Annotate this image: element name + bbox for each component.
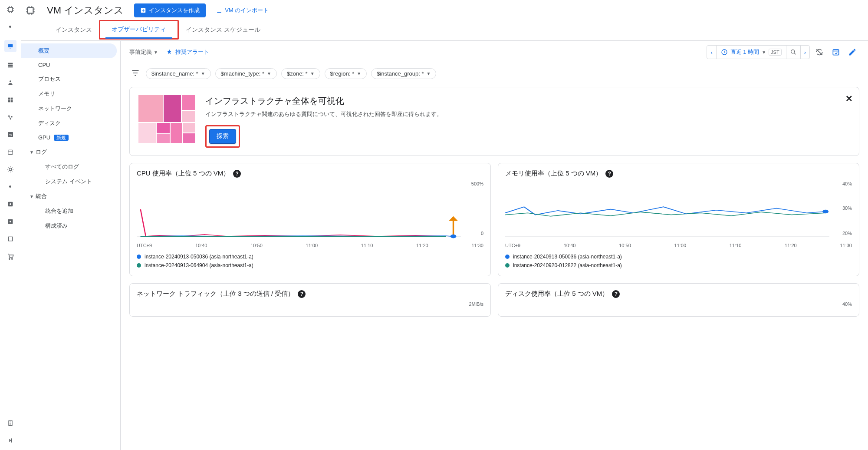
banner-desc: インフラストラクチャ関連のあらゆる質問について、可視化された回答を即座に得られま… [205, 110, 442, 118]
tab-observability[interactable]: オブザーバビリティ [99, 20, 179, 40]
chart-cpu-title: CPU 使用率（上位 5 つの VM） [137, 169, 230, 178]
filter-zone[interactable]: $zone: *▼ [281, 68, 320, 79]
time-next-button[interactable]: › [801, 46, 809, 59]
create-instance-button[interactable]: インスタンスを作成 [134, 3, 206, 17]
help-icon[interactable]: ? [612, 290, 620, 298]
nav-overview[interactable]: 概要 [21, 43, 117, 58]
svg-rect-31 [182, 95, 195, 110]
help-icon[interactable]: ? [233, 170, 241, 178]
legend-item: instance-20240913-050036 (asia-northeast… [505, 252, 852, 261]
import-vm-button[interactable]: VM のインポート [216, 7, 269, 14]
chart-disk: ディスク使用率（上位 5 つの VM）? 40% [498, 283, 859, 317]
svg-point-18 [10, 221, 11, 222]
treemap-icon [138, 95, 195, 143]
collapse-icon[interactable] [6, 436, 15, 445]
svg-rect-23 [11, 438, 12, 442]
help-icon[interactable]: ? [605, 170, 613, 178]
tab-schedule[interactable]: インスタンス スケジュール [179, 21, 267, 40]
filter-icon[interactable] [129, 69, 141, 79]
grid-icon[interactable] [6, 96, 15, 104]
svg-point-6 [10, 80, 11, 82]
svg-point-16 [10, 203, 11, 205]
nav-disk[interactable]: ディスク [21, 116, 120, 131]
svg-rect-10 [10, 100, 13, 103]
edit-icon[interactable] [845, 45, 859, 59]
filter-bar: $instance_name: *▼ $machine_type: *▼ $zo… [121, 64, 868, 83]
auto-refresh-off-icon[interactable] [812, 45, 826, 59]
svg-rect-32 [182, 111, 195, 122]
legend-item: instance-20240913-064904 (asia-northeast… [137, 261, 483, 270]
percent-icon[interactable]: % [6, 130, 15, 139]
explore-button[interactable]: 探索 [209, 129, 236, 144]
chart-network: ネットワーク トラフィック（上位 3 つの送信 / 受信）? 2MiB/s [129, 283, 491, 317]
disk-icon[interactable] [6, 200, 15, 208]
svg-rect-9 [8, 100, 10, 103]
svg-point-14 [9, 168, 12, 171]
svg-point-41 [450, 235, 457, 238]
filter-machine-type[interactable]: $machine_type: *▼ [215, 68, 277, 79]
time-range-picker[interactable]: ‹ 直近 1 時間 ▼ JST › [707, 45, 810, 59]
filter-instance-group[interactable]: $instance_group: *▼ [371, 68, 436, 79]
nav-add-integration[interactable]: 統合を追加 [21, 204, 120, 218]
chart-network-title: ネットワーク トラフィック（上位 3 つの送信 / 受信） [137, 290, 294, 298]
chart-cpu: CPU 使用率（上位 5 つの VM）? 500% 0 [129, 163, 491, 276]
time-prev-button[interactable]: ‹ [707, 46, 716, 59]
svg-point-27 [791, 50, 794, 53]
svg-rect-4 [8, 65, 13, 66]
filter-region[interactable]: $region: *▼ [325, 68, 367, 79]
chart-disk-title: ディスク使用率（上位 5 つの VM） [505, 290, 608, 298]
main-tabs: インスタンス オブザーバビリティ インスタンス スケジュール [21, 21, 868, 41]
svg-rect-29 [138, 95, 163, 122]
nav-integrations-group[interactable]: ▼統合 [21, 189, 120, 204]
chart-memory-title: メモリ使用率（上位 5 つの VM） [505, 169, 602, 178]
disk2-icon[interactable] [6, 217, 15, 226]
chip-icon[interactable] [6, 5, 15, 14]
svg-rect-1 [8, 44, 13, 47]
box-icon[interactable] [6, 235, 15, 243]
nav-memory[interactable]: メモリ [21, 86, 120, 101]
nav-process[interactable]: プロセス [21, 72, 120, 86]
nav-cpu[interactable]: CPU [21, 58, 120, 72]
svg-rect-36 [171, 123, 182, 143]
recommended-alerts-button[interactable]: 推奨アラート [166, 48, 209, 56]
time-search-button[interactable] [786, 46, 800, 59]
nav-system-events[interactable]: システム イベント [21, 174, 120, 189]
svg-rect-35 [157, 134, 170, 143]
nav-configured[interactable]: 構成済み [21, 218, 120, 233]
svg-rect-38 [183, 133, 195, 143]
compute-icon[interactable] [4, 40, 16, 52]
close-icon[interactable]: ✕ [845, 93, 853, 104]
page-title: VM インスタンス [47, 4, 124, 17]
dot-icon[interactable]: • [6, 23, 15, 31]
chart-memory: メモリ使用率（上位 5 つの VM）? 40% 30% 20% [498, 163, 859, 276]
svg-point-43 [822, 210, 829, 214]
svg-rect-19 [8, 237, 12, 241]
svg-rect-3 [8, 63, 13, 64]
event-icon[interactable] [829, 45, 843, 59]
nav-gpu[interactable]: GPU 新規 [21, 131, 120, 145]
time-range-label[interactable]: 直近 1 時間 ▼ JST [717, 48, 786, 56]
person-icon[interactable] [6, 78, 15, 87]
svg-rect-5 [8, 66, 13, 68]
gear-chip-icon[interactable] [6, 165, 15, 174]
activity-icon[interactable] [6, 113, 15, 122]
svg-rect-33 [138, 123, 156, 143]
predefined-dropdown[interactable]: 事前定義 ▼ [129, 48, 158, 56]
svg-rect-0 [8, 7, 13, 12]
doc-icon[interactable] [6, 419, 15, 427]
dot2-icon[interactable]: • [6, 182, 15, 191]
filter-instance-name[interactable]: $instance_name: *▼ [146, 68, 211, 79]
svg-rect-8 [10, 98, 13, 100]
svg-rect-24 [28, 8, 33, 13]
svg-text:%: % [9, 133, 12, 137]
nav-network[interactable]: ネットワーク [21, 101, 120, 116]
tab-instances[interactable]: インスタンス [49, 21, 99, 40]
svg-rect-37 [183, 123, 195, 132]
nav-all-logs[interactable]: すべてのログ [21, 159, 120, 174]
help-icon[interactable]: ? [298, 290, 306, 298]
nav-logs-group[interactable]: ▼ログ [21, 145, 120, 159]
storage-icon[interactable] [6, 61, 15, 69]
svg-point-20 [9, 258, 10, 259]
cart-icon[interactable] [6, 252, 15, 261]
calendar-icon[interactable] [6, 148, 15, 156]
